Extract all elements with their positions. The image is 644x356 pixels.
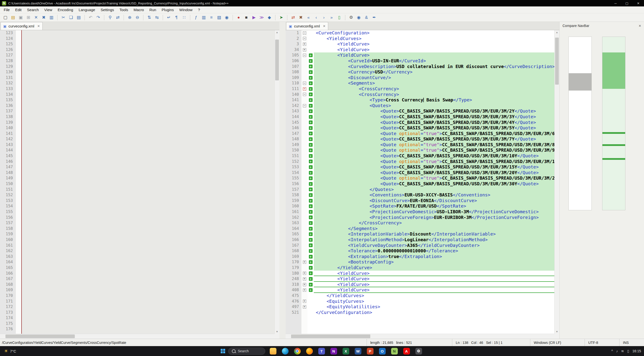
acrobat-icon[interactable]: A <box>402 346 411 356</box>
line-number[interactable]: 164 <box>0 259 16 265</box>
menu-item-settings[interactable]: Settings <box>98 6 117 13</box>
scroll-down-icon[interactable]: ▼ <box>554 330 559 333</box>
menu-item-tools[interactable]: Tools <box>117 6 131 13</box>
code-text[interactable]: <CrossCurrency> <box>314 86 554 92</box>
line-number[interactable]: 160 <box>0 237 16 243</box>
line-number[interactable]: 476 <box>286 299 302 304</box>
line-number[interactable]: 248 <box>286 276 302 282</box>
line-number[interactable]: 171 <box>0 299 16 304</box>
code-text[interactable]: <Quote optional="true">CC_BASIS_SWAP/BAS… <box>314 159 554 165</box>
code-line-111[interactable]: 111++<CrossCurrency> <box>286 86 554 92</box>
line-number[interactable]: 146 <box>286 125 302 131</box>
run-icon[interactable]: ➤ <box>278 14 284 21</box>
last-diff-icon[interactable]: » <box>328 14 335 21</box>
code-text[interactable]: </CrossCurrency> <box>314 220 554 226</box>
line-number[interactable]: 144 <box>286 114 302 120</box>
code-line-248[interactable]: 248++<YieldCurve> <box>286 276 554 282</box>
fold-expand-icon[interactable]: + <box>303 305 306 309</box>
line-number[interactable]: 521 <box>286 310 302 315</box>
volume-icon[interactable]: ♪ <box>616 349 618 353</box>
pen-plugin-icon[interactable]: ✒ <box>371 14 378 21</box>
undo-icon[interactable]: ↶ <box>87 14 94 21</box>
line-number[interactable]: 109 <box>286 75 302 81</box>
scroll-up-icon[interactable]: ▲ <box>554 31 559 34</box>
left-horizontal-scrollbar[interactable] <box>0 334 274 339</box>
paste-icon[interactable]: ▤ <box>75 14 82 21</box>
code-line-497[interactable]: 497+<EquityVolatilities> <box>286 304 554 310</box>
code-text[interactable]: <Quote>CC_BASIS_SWAP/BASIS_SPREAD/USD/3M… <box>314 120 554 125</box>
prev-diff-icon[interactable]: ‹ <box>313 14 320 21</box>
line-number[interactable]: 162 <box>286 215 302 220</box>
line-number[interactable]: 162 <box>0 248 16 254</box>
code-line-164[interactable]: 164+</Segments> <box>286 226 554 232</box>
next-diff-icon[interactable]: › <box>320 14 327 21</box>
fold-expand-icon[interactable]: + <box>303 288 306 292</box>
taskbar-search[interactable]: Search <box>228 348 265 355</box>
line-number[interactable]: 1 <box>286 30 302 36</box>
status-eol-format[interactable]: Windows (CR LF) <box>530 339 584 346</box>
close-icon[interactable]: ✕ <box>632 0 644 6</box>
line-number[interactable]: 107 <box>286 64 302 69</box>
close-all-icon[interactable]: ✖ <box>40 14 47 21</box>
line-number[interactable]: 123 <box>0 30 16 36</box>
code-text[interactable]: <Quote optional="true">CC_BASIS_SWAP/BAS… <box>314 148 554 153</box>
code-text[interactable]: </Segments> <box>314 226 554 232</box>
code-text[interactable]: <CrossCurrency> <box>314 92 554 97</box>
print-icon[interactable]: ▥ <box>48 14 55 21</box>
code-line-34[interactable]: 34+<YieldCurve> <box>286 47 554 53</box>
code-text[interactable]: <YieldCurve> <box>314 282 554 288</box>
code-line-106[interactable]: 106+<CurveId>USD-IN-EUR</CurveId> <box>286 58 554 64</box>
code-line-110[interactable]: 110−+<Segments> <box>286 80 554 86</box>
code-text[interactable]: <CurveDescription>USD collateralised in … <box>314 64 554 69</box>
xml-code-area[interactable]: 1−<CurveConfiguration>2−<YieldCurves>3+<… <box>286 30 554 334</box>
line-number[interactable]: 176 <box>0 326 16 332</box>
line-number[interactable]: 125 <box>0 41 16 47</box>
code-text[interactable]: <Quote optional="true">CC_BASIS_SWAP/BAS… <box>314 142 554 148</box>
ampersand-plugin-icon[interactable]: & <box>363 14 370 21</box>
navbar-right-doc-map[interactable] <box>602 37 626 210</box>
menu-item-macro[interactable]: Macro <box>131 6 147 13</box>
firefox-icon[interactable] <box>305 346 314 356</box>
fold-collapse-icon[interactable]: − <box>303 82 306 85</box>
scroll-thumb[interactable] <box>291 335 370 338</box>
replace-icon[interactable]: ⇄ <box>114 14 121 21</box>
code-text[interactable]: <YieldCurve> <box>314 271 554 276</box>
pane-splitter[interactable] <box>280 22 286 339</box>
start-button[interactable] <box>221 349 225 353</box>
minimize-icon[interactable]: ─ <box>610 0 621 6</box>
code-text[interactable]: <CurveConfiguration> <box>314 30 554 36</box>
line-number[interactable]: 172 <box>0 304 16 310</box>
zoom-in-icon[interactable]: ⊕ <box>126 14 133 21</box>
sync-horizontal-scroll-icon[interactable]: ⇆ <box>154 14 160 21</box>
line-number[interactable]: 129 <box>0 64 16 69</box>
code-line-148[interactable]: 148+<Quote>CC_BASIS_SWAP/BASIS_SPREAD/US… <box>286 136 554 142</box>
line-number[interactable]: 139 <box>0 120 16 125</box>
cut-icon[interactable]: ✂ <box>60 14 67 21</box>
code-line-476[interactable]: 476+<EquityCurves> <box>286 299 554 304</box>
stop-recording-icon[interactable]: ■ <box>243 14 250 21</box>
line-number[interactable]: 145 <box>286 120 302 125</box>
code-text[interactable]: <YieldCurve> <box>314 47 554 53</box>
line-number[interactable]: 155 <box>286 176 302 181</box>
line-number[interactable]: 144 <box>0 148 16 153</box>
line-number[interactable]: 147 <box>286 131 302 137</box>
function-list-icon[interactable]: ƒ <box>193 14 200 21</box>
settings-gear-icon[interactable]: ⚙ <box>348 14 354 21</box>
scroll-thumb[interactable] <box>555 38 559 85</box>
document-map-icon[interactable]: ▥ <box>200 14 207 21</box>
code-line-155[interactable]: 155+<Quote optional="true">CC_BASIS_SWAP… <box>286 176 554 181</box>
code-text[interactable]: <Quote>CC_BASIS_SWAP/BASIS_SPREAD/USD/3M… <box>314 125 554 131</box>
code-line-143[interactable]: 143+<Quote>CC_BASIS_SWAP/BASIS_SPREAD/US… <box>286 108 554 114</box>
line-number[interactable]: 149 <box>286 142 302 148</box>
line-number[interactable]: 136 <box>0 103 16 109</box>
line-number[interactable]: 174 <box>0 315 16 321</box>
code-line-144[interactable]: 144+<Quote>CC_BASIS_SWAP/BASIS_SPREAD/US… <box>286 114 554 120</box>
scroll-thumb[interactable] <box>6 335 75 338</box>
line-number[interactable]: 169 <box>0 287 16 293</box>
code-line-142[interactable]: 142−+<Quotes> <box>286 103 554 109</box>
line-number[interactable]: 105 <box>286 52 302 58</box>
code-text[interactable]: <Quote>CC_BASIS_SWAP/BASIS_SPREAD/USD/3M… <box>314 136 554 142</box>
code-text[interactable]: <ProjectionCurveDomestic>USD-LIBOR-3M</P… <box>314 209 554 215</box>
line-number[interactable]: 148 <box>0 170 16 176</box>
line-number[interactable]: 167 <box>0 276 16 282</box>
